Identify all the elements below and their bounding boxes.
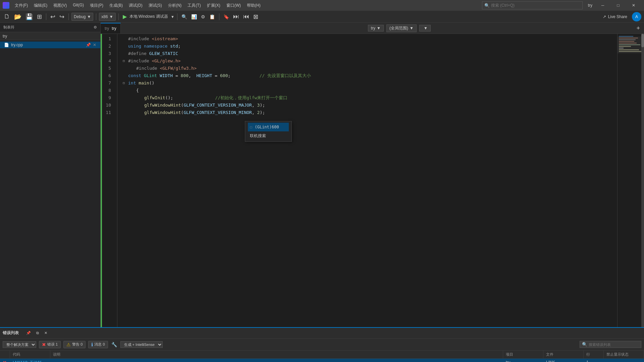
error-filter-badge[interactable]: ✖ 错误 1 [39, 341, 61, 348]
menu-view[interactable]: 视图(V) [51, 1, 69, 10]
fold-4[interactable]: ⊟ [123, 57, 127, 65]
menu-analyze[interactable]: 分析(N) [165, 1, 184, 10]
menu-project[interactable]: 项目(P) [87, 1, 106, 10]
attach-btn[interactable]: ⚙ [200, 13, 207, 21]
bookmark-next-btn[interactable]: ⏭ [232, 13, 240, 21]
close-panel-btn[interactable]: ✕ [42, 330, 49, 336]
close-button[interactable]: ✕ [626, 0, 641, 11]
col-line[interactable]: 行 [584, 351, 604, 358]
pin-panel-btn[interactable]: 📌 [24, 330, 33, 336]
close-icon[interactable]: ✕ [93, 43, 96, 47]
menu-edit[interactable]: 编辑(E) [31, 1, 50, 10]
menu-extensions[interactable]: 扩展(X) [204, 1, 223, 10]
col-desc[interactable]: 说明 [50, 351, 503, 358]
new-project-btn[interactable]: 🗋 [3, 13, 11, 21]
menu-file[interactable]: 文件(F) [12, 1, 31, 10]
filter-tool-icon[interactable]: 🔧 [111, 341, 118, 348]
error-panel-title: 错误列表 [3, 330, 19, 336]
minimap-scroll-thumb[interactable] [641, 34, 644, 47]
window-title: try [588, 3, 592, 8]
scope-filter-dropdown[interactable]: 整个解决方案 [3, 341, 36, 348]
warning-filter-label: 警告 0 [72, 342, 83, 347]
minimap[interactable] [617, 34, 644, 327]
error-row-file: LINK [543, 359, 584, 362]
search-box[interactable]: 🔍 [482, 1, 583, 9]
col-suppress[interactable]: 禁止显示状态 [604, 351, 644, 358]
menu-tools[interactable]: 工具(T) [185, 1, 203, 10]
col-icon [0, 351, 10, 358]
menu-test[interactable]: 测试(S) [146, 1, 165, 10]
code-line-8: { [123, 87, 617, 94]
redo-btn[interactable]: ↪ [58, 13, 66, 21]
col-file[interactable]: 文件 [543, 351, 584, 358]
search-input[interactable] [491, 3, 580, 8]
menu-build[interactable]: 生成(B) [107, 1, 125, 10]
profile-avatar[interactable]: A [632, 12, 641, 21]
intellisense-filter-dropdown[interactable]: 生成 + IntelliSense [120, 341, 163, 348]
intellisense-tooltip[interactable]: ☐ (GLint)600 联机搜索 [245, 121, 292, 142]
bookmark-btn[interactable]: 🔖 [222, 13, 230, 21]
editor-tab-try-cpp[interactable]: try try [101, 23, 121, 34]
message-filter-badge[interactable]: ℹ 消息 0 [88, 341, 108, 348]
scope-filter-select[interactable]: 整个解决方案 [3, 341, 36, 348]
debug-config-dropdown[interactable]: Debug ▼ [71, 13, 93, 21]
menu-help[interactable]: 帮助(H) [244, 1, 263, 10]
minimap-scrollbar[interactable] [641, 34, 644, 327]
col-project[interactable]: 项目 [503, 351, 543, 358]
project-name-label: try [3, 34, 7, 39]
separator4 [118, 13, 119, 20]
add-editor-tab-btn[interactable]: + [635, 24, 642, 32]
sidebar-gear-icon[interactable]: ⚙ [94, 25, 97, 29]
scope-member-dropdown[interactable]: ▼ [419, 25, 431, 32]
platform-dropdown[interactable]: x86 ▼ [99, 13, 115, 21]
fold-7[interactable]: ⊟ [123, 79, 127, 87]
line-num-6: 6 [101, 72, 114, 79]
editor-tab-file: try [112, 26, 116, 31]
error-row-code[interactable]: LNK110: 无法打开文件"glfw3.lib" [10, 359, 50, 362]
error-panel: 错误列表 📌 ⧉ ✕ 整个解决方案 ✖ 错误 1 ⚠ 警告 0 ℹ 消息 0 🔧 [0, 327, 644, 362]
scope-project-dropdown[interactable]: try ▼ [368, 25, 384, 32]
line-num-10: 10 [101, 102, 114, 109]
error-panel-header: 错误列表 📌 ⧉ ✕ [0, 328, 644, 339]
sidebar-file-item[interactable]: 📄 try.cpp 📌 ✕ [0, 42, 100, 48]
live-share-button[interactable]: ↗ Live Share [599, 13, 631, 20]
bookmark-clear-btn[interactable]: ⊠ [252, 13, 260, 21]
platform-label: x86 [101, 14, 108, 19]
tooltip-item-search[interactable]: 联机搜索 [248, 131, 289, 140]
panel-controls: 📌 ⧉ ✕ [24, 330, 49, 336]
tooltip-item-label-1: (GLint)600 [255, 125, 279, 129]
error-code-link[interactable]: LNK110: 无法打开文件"glfw3.lib" [13, 360, 50, 362]
intellisense-filter-select[interactable]: 生成 + IntelliSense [120, 341, 163, 348]
performance-btn[interactable]: 📊 [190, 13, 198, 21]
scope-symbol-dropdown[interactable]: (全局范围) ▼ [386, 24, 417, 32]
error-row-1[interactable]: ✖ LNK110: 无法打开文件"glfw3.lib" try LINK 1 [0, 359, 644, 362]
col-code[interactable]: 代码 [10, 351, 50, 358]
menu-debug[interactable]: 调试(D) [126, 1, 145, 10]
error-table: 代码 说明 项目 文件 行 禁止显示状态 ✖ LNK110: 无法打开文件"gl… [0, 351, 644, 362]
run-button[interactable]: ▶ [121, 13, 128, 21]
sidebar: 制表符 ⚙ try 📄 try.cpp 📌 ✕ [0, 23, 101, 327]
menu-git[interactable]: Git(G) [70, 1, 87, 10]
code-editor[interactable]: 1 2 3 4 5 6 7 8 9 10 11 #include <iostre… [101, 34, 644, 327]
profile-btn[interactable]: 📋 [208, 13, 216, 21]
run-label: 本地 Windows 调试器 [129, 14, 168, 19]
bookmark-prev-btn[interactable]: ⏮ [242, 13, 251, 21]
diagnostics-btn[interactable]: 🔍 [180, 13, 189, 21]
editor-tab-project: try [105, 26, 109, 31]
code-lines[interactable]: #include <iostream> using namespace std;… [117, 34, 617, 327]
pin-icon[interactable]: 📌 [86, 43, 91, 47]
float-panel-btn[interactable]: ⧉ [34, 330, 41, 336]
menu-window[interactable]: 窗口(W) [224, 1, 244, 10]
maximize-button[interactable]: □ [610, 0, 626, 11]
minimize-button[interactable]: ─ [595, 0, 610, 11]
warning-filter-badge[interactable]: ⚠ 警告 0 [63, 341, 86, 348]
tooltip-item-glint[interactable]: ☐ (GLint)600 [248, 123, 289, 131]
save-all-btn[interactable]: ⊞ [36, 13, 43, 21]
run-dropdown-arrow[interactable]: ▼ [171, 15, 174, 19]
error-search-input[interactable] [589, 343, 639, 347]
error-search-box[interactable]: 🔍 [580, 341, 641, 348]
open-btn[interactable]: 📂 [13, 13, 23, 21]
save-btn[interactable]: 💾 [24, 13, 34, 21]
file-icon: 📄 [4, 43, 9, 47]
undo-btn[interactable]: ↩ [49, 13, 57, 21]
